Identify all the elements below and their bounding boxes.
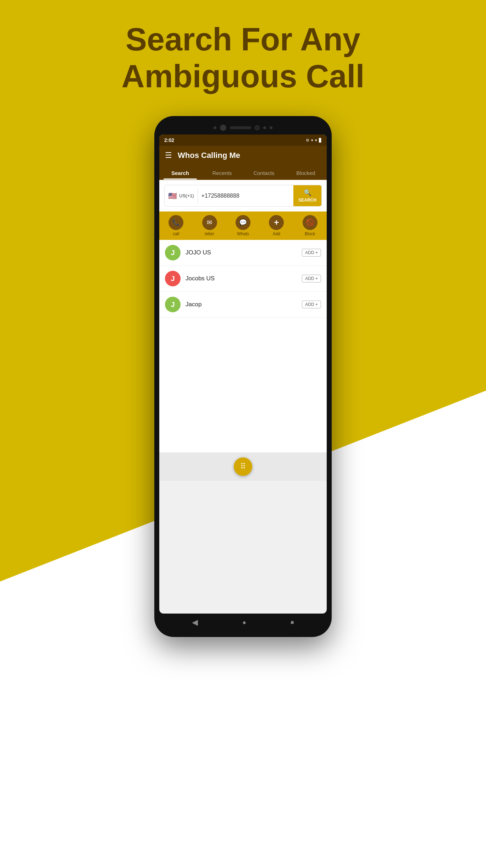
add-contact-btn-3[interactable]: ADD + (302, 301, 321, 308)
status-icons: ⚙ ▾ ▾ ▊ (306, 138, 322, 143)
dialpad-icon: ⠿ (240, 462, 246, 471)
tab-bar: Search Recents Contacts Blocked (159, 165, 327, 180)
hamburger-icon[interactable]: ☰ (165, 152, 172, 159)
add-contact-btn-1[interactable]: ADD + (302, 249, 321, 257)
action-call-label: call (173, 231, 179, 236)
back-button[interactable]: ◀ (192, 618, 198, 627)
call-icon: 📞 (169, 215, 183, 230)
camera-lens (220, 125, 226, 131)
tab-blocked[interactable]: Blocked (285, 165, 327, 180)
contact-list: J JOJO US ADD + J Jocobs US ADD + J Jaco… (159, 240, 327, 452)
action-add-label: Add (273, 231, 280, 236)
dialpad-fab[interactable]: ⠿ (234, 457, 252, 476)
add-contact-btn-2[interactable]: ADD + (302, 275, 321, 282)
home-button[interactable]: ● (242, 619, 246, 626)
avatar-1: J (165, 245, 181, 260)
phone-input[interactable] (198, 189, 294, 203)
search-button[interactable]: 🔍 SEARCH (293, 185, 321, 206)
settings-icon: ⚙ (306, 138, 309, 143)
speaker (230, 126, 251, 129)
app-bar: ☰ Whos Calling Me (159, 146, 327, 165)
front-camera (255, 125, 260, 130)
phone-nav-bar: ◀ ● ■ (159, 614, 327, 631)
phone-shell: 2:02 ⚙ ▾ ▾ ▊ ☰ Whos Calling Me Search (154, 116, 332, 637)
dot-1 (214, 126, 216, 129)
action-whatsapp[interactable]: 💬 Whats (236, 215, 250, 236)
contact-item-2[interactable]: J Jocobs US ADD + (159, 266, 327, 292)
status-time: 2:02 (164, 137, 174, 143)
wifi-icon: ▾ (315, 138, 317, 143)
phone-mockup: 2:02 ⚙ ▾ ▾ ▊ ☰ Whos Calling Me Search (154, 116, 332, 637)
contact-name-3: Jacop (186, 301, 297, 308)
action-block-label: Block (305, 231, 315, 236)
hero-title: Search For Any Ambiguous Call (93, 21, 393, 95)
action-letter-label: letter (205, 231, 214, 236)
action-bar: 📞 call ✉ letter 💬 Whats + Add 🚫 Blo (159, 211, 327, 240)
action-add[interactable]: + Add (269, 215, 284, 236)
avatar-2: J (165, 271, 181, 286)
add-icon: + (269, 215, 284, 230)
country-selector[interactable]: 🇺🇸 US(+1) (165, 188, 198, 204)
contact-item-1[interactable]: J JOJO US ADD + (159, 240, 327, 266)
search-icon: 🔍 (304, 189, 311, 197)
phone-top-bar (159, 122, 327, 134)
search-row: 🇺🇸 US(+1) 🔍 SEARCH (164, 185, 322, 207)
avatar-3: J (165, 297, 181, 312)
action-block[interactable]: 🚫 Block (303, 215, 317, 236)
whatsapp-icon: 💬 (236, 215, 250, 230)
tab-search[interactable]: Search (159, 165, 201, 180)
recents-button[interactable]: ■ (291, 619, 294, 626)
battery-icon: ▊ (319, 138, 322, 143)
action-call[interactable]: 📞 call (169, 215, 183, 236)
contact-name-1: JOJO US (186, 249, 297, 256)
action-whats-label: Whats (237, 231, 249, 236)
signal-icon: ▾ (311, 138, 313, 143)
dot-2 (263, 126, 266, 129)
country-code: US(+1) (179, 193, 194, 198)
action-letter[interactable]: ✉ letter (202, 215, 217, 236)
search-btn-label: SEARCH (298, 198, 316, 203)
search-area: 🇺🇸 US(+1) 🔍 SEARCH (159, 180, 327, 211)
letter-icon: ✉ (202, 215, 217, 230)
tab-recents[interactable]: Recents (201, 165, 243, 180)
contact-name-2: Jocobs US (186, 275, 297, 282)
flag-icon: 🇺🇸 (168, 192, 177, 200)
empty-space (159, 318, 327, 452)
bottom-nav: ⠿ (159, 452, 327, 481)
status-bar: 2:02 ⚙ ▾ ▾ ▊ (159, 134, 327, 146)
dot-3 (270, 126, 272, 129)
contact-item-3[interactable]: J Jacop ADD + (159, 292, 327, 318)
app-title: Whos Calling Me (178, 151, 240, 160)
tab-contacts[interactable]: Contacts (243, 165, 285, 180)
block-icon: 🚫 (303, 215, 317, 230)
phone-screen: 2:02 ⚙ ▾ ▾ ▊ ☰ Whos Calling Me Search (159, 134, 327, 614)
